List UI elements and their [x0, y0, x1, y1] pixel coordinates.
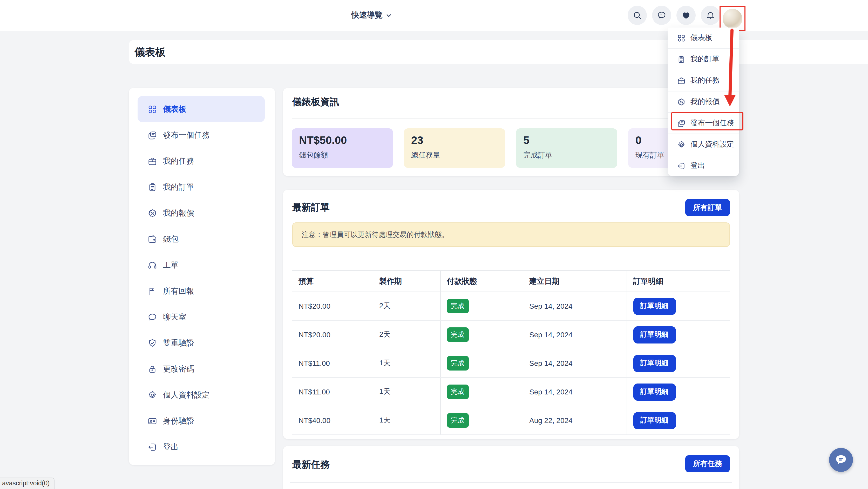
- sidebar-item-label: 我的訂單: [163, 182, 194, 192]
- my-quotes-icon: [148, 208, 157, 218]
- stat-label: 錢包餘額: [299, 151, 386, 160]
- my-quotes-icon: [677, 97, 686, 106]
- search-button[interactable]: [628, 6, 647, 25]
- menu-item-logout[interactable]: 登出: [668, 155, 739, 176]
- my-orders-icon: [677, 55, 686, 64]
- orders-table-header-row: 預算製作期付款狀態建立日期訂單明細: [292, 270, 730, 292]
- sidebar-item-all-reports[interactable]: 所有回報: [137, 278, 265, 304]
- favorites-button[interactable]: [676, 6, 695, 25]
- stat-card-row: NT$50.00錢包餘額23總任務量5完成訂單0現有訂單: [292, 128, 730, 168]
- sidebar-item-chat-room[interactable]: 聊天室: [137, 304, 265, 330]
- sidebar-item-my-tasks[interactable]: 我的任務: [137, 148, 265, 174]
- my-orders-icon: [148, 182, 157, 192]
- chevron-down-icon: [385, 12, 393, 19]
- sidebar: 儀表板發布一個任務我的任務我的訂單我的報價錢包工單所有回報聊天室雙重驗證更改密碼…: [129, 88, 275, 465]
- stat-value: NT$50.00: [299, 134, 386, 147]
- table-row: NT$40.001天完成Aug 22, 2024訂單明細: [292, 406, 730, 435]
- created-date-cell: Sep 14, 2024: [523, 349, 627, 377]
- sidebar-item-label: 發布一個任務: [163, 130, 210, 140]
- order-detail-cell: 訂單明細: [627, 377, 730, 406]
- orders-table: 預算製作期付款狀態建立日期訂單明細 NT$20.002天完成Sep 14, 20…: [292, 270, 730, 435]
- order-detail-button[interactable]: 訂單明細: [633, 355, 676, 372]
- all-tasks-button[interactable]: 所有任務: [685, 455, 730, 472]
- duration-cell: 1天: [373, 377, 440, 406]
- page-title: 儀表板: [134, 45, 165, 59]
- profile-dropdown-menu: 儀表板我的訂單我的任務我的報價發布一個任務個人資料設定登出: [668, 28, 739, 176]
- latest-orders-card: 最新訂單 所有訂單 注意：管理員可以更新待處理交易的付款狀態。 預算製作期付款狀…: [283, 190, 739, 439]
- sidebar-item-label: 個人資料設定: [163, 390, 210, 400]
- created-date-cell: Sep 14, 2024: [523, 292, 627, 320]
- budget-cell: NT$20.00: [292, 320, 373, 349]
- my-tasks-icon: [148, 156, 157, 166]
- table-row: NT$20.002天完成Sep 14, 2024訂單明細: [292, 320, 730, 349]
- status-badge: 完成: [447, 356, 468, 371]
- created-date-cell: Sep 14, 2024: [523, 320, 627, 349]
- avatar[interactable]: [723, 8, 742, 28]
- budget-cell: NT$20.00: [292, 292, 373, 320]
- menu-item-my-orders[interactable]: 我的訂單: [668, 48, 739, 69]
- sidebar-item-logout[interactable]: 登出: [137, 434, 265, 460]
- created-date-cell: Aug 22, 2024: [523, 406, 627, 435]
- menu-item-label: 我的任務: [690, 76, 719, 85]
- admin-notice-text: 注意：管理員可以更新待處理交易的付款狀態。: [302, 230, 449, 239]
- payment-status-cell: 完成: [440, 406, 523, 435]
- orders-column-header: 建立日期: [523, 270, 627, 292]
- logout-icon: [148, 442, 157, 452]
- sidebar-item-label: 登出: [163, 442, 179, 452]
- menu-item-my-tasks[interactable]: 我的任務: [668, 69, 739, 91]
- menu-item-dashboard[interactable]: 儀表板: [668, 28, 739, 48]
- order-detail-button[interactable]: 訂單明細: [633, 326, 676, 343]
- quick-nav-dropdown[interactable]: 快速導覽: [351, 0, 393, 31]
- sidebar-item-my-orders[interactable]: 我的訂單: [137, 174, 265, 200]
- latest-tasks-title: 最新任務: [292, 458, 330, 471]
- sidebar-item-dashboard[interactable]: 儀表板: [137, 96, 265, 122]
- status-badge: 完成: [447, 384, 468, 399]
- order-detail-cell: 訂單明細: [627, 349, 730, 377]
- sidebar-item-change-password[interactable]: 更改密碼: [137, 356, 265, 382]
- stat-value: 5: [523, 134, 610, 147]
- chat-fab-button[interactable]: [829, 448, 853, 472]
- sidebar-item-work-orders[interactable]: 工單: [137, 252, 265, 278]
- sidebar-item-publish-task[interactable]: 發布一個任務: [137, 122, 265, 148]
- order-detail-button[interactable]: 訂單明細: [633, 412, 676, 429]
- table-row: NT$11.001天完成Sep 14, 2024訂單明細: [292, 377, 730, 406]
- messages-button[interactable]: [652, 6, 671, 25]
- orders-column-header: 製作期: [373, 270, 440, 292]
- quick-nav-label: 快速導覽: [351, 10, 382, 20]
- stat-label: 完成訂單: [523, 151, 610, 160]
- duration-cell: 2天: [373, 292, 440, 320]
- sidebar-item-two-factor[interactable]: 雙重驗證: [137, 330, 265, 356]
- created-date-cell: Sep 14, 2024: [523, 377, 627, 406]
- sidebar-item-profile-settings[interactable]: 個人資料設定: [137, 382, 265, 408]
- dashboard-info-title: 儀錶板資訊: [292, 96, 339, 108]
- dashboard-icon: [148, 104, 157, 114]
- sidebar-item-my-quotes[interactable]: 我的報價: [137, 200, 265, 226]
- menu-item-label: 登出: [690, 161, 705, 170]
- logout-icon: [677, 161, 686, 170]
- notifications-icon: [706, 10, 715, 20]
- menu-item-profile-settings[interactable]: 個人資料設定: [668, 134, 739, 155]
- favorites-icon: [681, 10, 691, 20]
- order-detail-button[interactable]: 訂單明細: [633, 297, 676, 315]
- order-detail-cell: 訂單明細: [627, 406, 730, 435]
- menu-item-my-quotes[interactable]: 我的報價: [668, 91, 739, 112]
- table-row: NT$11.001天完成Sep 14, 2024訂單明細: [292, 349, 730, 377]
- stat-card: 5完成訂單: [516, 128, 617, 168]
- sidebar-item-identity-verification[interactable]: 身份驗證: [137, 408, 265, 434]
- all-orders-button[interactable]: 所有訂單: [685, 199, 730, 216]
- order-detail-button[interactable]: 訂單明細: [633, 383, 676, 400]
- notifications-button[interactable]: [701, 6, 720, 25]
- orders-column-header: 訂單明細: [627, 270, 730, 292]
- stat-label: 總任務量: [411, 151, 498, 160]
- top-navbar: 快速導覽: [0, 0, 868, 31]
- dashboard-icon: [677, 33, 686, 42]
- sidebar-item-label: 身份驗證: [163, 416, 194, 426]
- menu-item-publish-task[interactable]: 發布一個任務: [668, 112, 739, 134]
- sidebar-item-label: 所有回報: [163, 286, 194, 296]
- payment-status-cell: 完成: [440, 320, 523, 349]
- budget-cell: NT$11.00: [292, 349, 373, 377]
- status-badge: 完成: [447, 299, 468, 313]
- sidebar-item-wallet[interactable]: 錢包: [137, 226, 265, 252]
- sidebar-item-label: 我的報價: [163, 208, 194, 218]
- latest-orders-title: 最新訂單: [292, 201, 330, 213]
